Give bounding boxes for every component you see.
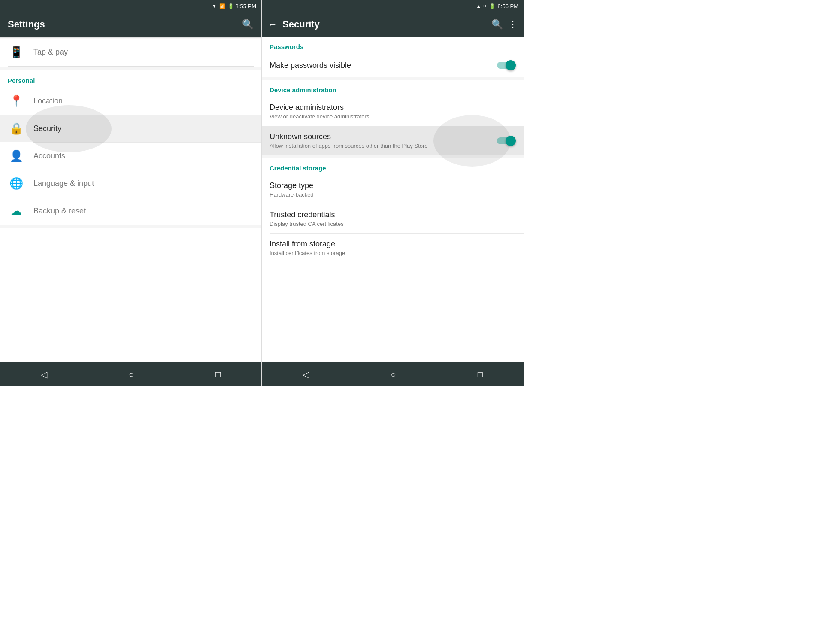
right-time: 8:56 PM bbox=[498, 3, 518, 9]
section-gap-2 bbox=[262, 155, 524, 158]
passwords-section-header: Passwords bbox=[262, 37, 524, 54]
left-nav-back-icon: ◁ bbox=[41, 369, 47, 380]
trusted-credentials-title: Trusted credentials bbox=[270, 210, 516, 219]
make-passwords-toggle-container bbox=[496, 60, 516, 71]
storage-type-text: Storage type Hardware-backed bbox=[270, 181, 516, 198]
left-nav-recent-button[interactable]: □ bbox=[198, 365, 238, 384]
personal-section-header: Personal bbox=[0, 70, 261, 88]
left-nav-home-button[interactable]: ○ bbox=[112, 365, 151, 384]
sidebar-item-language[interactable]: 🌐 Language & input bbox=[0, 170, 261, 197]
right-status-icons: ▲ ✈ 🔋 bbox=[476, 3, 495, 9]
right-wifi-icon: ▲ bbox=[476, 3, 481, 9]
right-nav-back-button[interactable]: ◁ bbox=[285, 365, 326, 384]
left-nav-recent-icon: □ bbox=[215, 370, 221, 380]
left-nav-bar: ◁ ○ □ bbox=[0, 362, 261, 386]
make-passwords-visible-title: Make passwords visible bbox=[270, 61, 496, 70]
backup-icon: ☁ bbox=[8, 204, 25, 218]
back-arrow-icon: ← bbox=[268, 19, 277, 30]
left-time: 8:55 PM bbox=[236, 3, 256, 9]
trusted-credentials-subtitle: Display trusted CA certificates bbox=[270, 221, 516, 227]
device-administrators-title: Device administrators bbox=[270, 103, 516, 112]
trusted-credentials-item[interactable]: Trusted credentials Display trusted CA c… bbox=[262, 204, 524, 233]
left-nav-home-icon: ○ bbox=[129, 370, 134, 380]
right-toolbar: ← Security 🔍 ⋮ bbox=[262, 12, 524, 37]
security-icon: 🔒 bbox=[8, 122, 25, 135]
device-administrators-item[interactable]: Device administrators View or deactivate… bbox=[262, 97, 524, 126]
device-administrators-subtitle: View or deactivate device administrators bbox=[270, 113, 516, 120]
backup-label: Backup & reset bbox=[33, 207, 86, 216]
right-search-icon: 🔍 bbox=[491, 19, 503, 30]
settings-search-button[interactable]: 🔍 bbox=[242, 19, 254, 30]
security-title: Security bbox=[282, 19, 486, 30]
install-from-storage-text: Install from storage Install certificate… bbox=[270, 240, 516, 256]
language-label: Language & input bbox=[33, 179, 94, 188]
section-gap-1 bbox=[262, 77, 524, 80]
left-toolbar: Settings 🔍 bbox=[0, 12, 261, 37]
unknown-sources-toggle[interactable] bbox=[496, 135, 516, 146]
left-status-bar: ▼ 📶 🔋 8:55 PM bbox=[0, 0, 261, 12]
security-label: Security bbox=[33, 124, 61, 133]
security-search-button[interactable]: 🔍 bbox=[491, 19, 503, 30]
language-icon: 🌐 bbox=[8, 177, 25, 190]
trusted-credentials-text: Trusted credentials Display trusted CA c… bbox=[270, 210, 516, 227]
storage-type-title: Storage type bbox=[270, 181, 516, 190]
storage-type-item[interactable]: Storage type Hardware-backed bbox=[262, 175, 524, 204]
unknown-sources-title: Unknown sources bbox=[270, 132, 496, 141]
section-gap bbox=[0, 67, 261, 70]
left-panel: ▼ 📶 🔋 8:55 PM Settings 🔍 📱 Tap & pay Per… bbox=[0, 0, 262, 386]
right-panel: ▲ ✈ 🔋 8:56 PM ← Security 🔍 ⋮ Passwords M… bbox=[262, 0, 524, 386]
storage-type-subtitle: Hardware-backed bbox=[270, 191, 516, 198]
more-icon: ⋮ bbox=[508, 19, 518, 30]
bottom-gap bbox=[0, 225, 261, 228]
left-status-icons: ▼ 📶 🔋 bbox=[212, 3, 234, 9]
right-nav-bar: ◁ ○ □ bbox=[262, 362, 524, 386]
tap-pay-label: Tap & pay bbox=[33, 48, 68, 57]
tap-pay-icon: 📱 bbox=[8, 46, 25, 59]
accounts-label: Accounts bbox=[33, 152, 65, 161]
left-nav-back-button[interactable]: ◁ bbox=[24, 365, 64, 384]
battery-icon: 🔋 bbox=[228, 3, 234, 9]
right-content: Passwords Make passwords visible Device … bbox=[262, 37, 524, 362]
install-from-storage-subtitle: Install certificates from storage bbox=[270, 250, 516, 256]
unknown-sources-toggle-thumb bbox=[506, 136, 516, 146]
right-status-bar: ▲ ✈ 🔋 8:56 PM bbox=[262, 0, 524, 12]
toggle-thumb bbox=[506, 60, 516, 70]
right-nav-recent-button[interactable]: □ bbox=[460, 365, 500, 384]
sidebar-item-accounts[interactable]: 👤 Accounts bbox=[0, 143, 261, 170]
tap-pay-item[interactable]: 📱 Tap & pay bbox=[0, 39, 261, 66]
right-battery-icon: 🔋 bbox=[489, 3, 495, 9]
accounts-icon: 👤 bbox=[8, 149, 25, 163]
right-nav-recent-icon: □ bbox=[478, 370, 483, 380]
location-icon: 📍 bbox=[8, 94, 25, 108]
sidebar-item-backup[interactable]: ☁ Backup & reset bbox=[0, 197, 261, 225]
settings-title: Settings bbox=[8, 19, 45, 30]
unknown-sources-toggle-container bbox=[496, 135, 516, 146]
install-from-storage-title: Install from storage bbox=[270, 240, 516, 249]
device-administrators-text: Device administrators View or deactivate… bbox=[270, 103, 516, 120]
make-passwords-visible-text: Make passwords visible bbox=[270, 61, 496, 70]
location-label: Location bbox=[33, 97, 63, 106]
device-admin-section-header: Device administration bbox=[262, 80, 524, 97]
wifi-icon: 📶 bbox=[219, 3, 225, 9]
left-content: 📱 Tap & pay Personal 📍 Location 🔒 Securi… bbox=[0, 37, 261, 362]
right-nav-home-icon: ○ bbox=[391, 370, 396, 380]
right-signal-icon: ✈ bbox=[483, 3, 487, 9]
right-nav-home-button[interactable]: ○ bbox=[373, 365, 413, 384]
security-back-button[interactable]: ← bbox=[268, 19, 277, 30]
sidebar-item-security[interactable]: 🔒 Security bbox=[0, 115, 261, 142]
unknown-sources-text: Unknown sources Allow installation of ap… bbox=[270, 132, 496, 149]
sidebar-item-location[interactable]: 📍 Location bbox=[0, 88, 261, 115]
right-nav-back-icon: ◁ bbox=[303, 369, 309, 380]
make-passwords-visible-item[interactable]: Make passwords visible bbox=[262, 54, 524, 77]
signal-icon: ▼ bbox=[212, 3, 217, 9]
credential-storage-section-header: Credential storage bbox=[262, 158, 524, 175]
unknown-sources-subtitle: Allow installation of apps from sources … bbox=[270, 143, 496, 149]
install-from-storage-item[interactable]: Install from storage Install certificate… bbox=[262, 234, 524, 262]
make-passwords-toggle[interactable] bbox=[496, 60, 516, 71]
unknown-sources-item[interactable]: Unknown sources Allow installation of ap… bbox=[262, 126, 524, 155]
security-more-button[interactable]: ⋮ bbox=[508, 19, 518, 30]
